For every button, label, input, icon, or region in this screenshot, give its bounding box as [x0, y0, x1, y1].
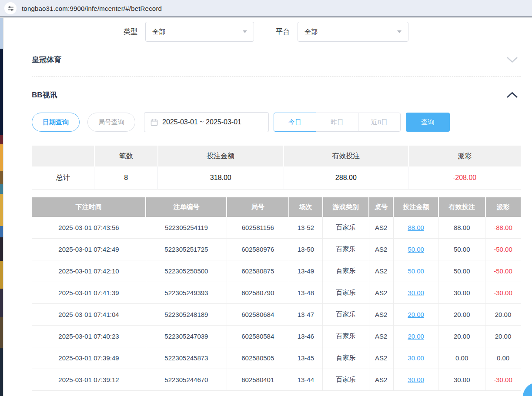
bet-amount-link[interactable]: 50.00 — [408, 267, 424, 275]
valid-bet: 30.00 — [438, 282, 485, 304]
section-sports[interactable]: 皇冠体育 — [32, 52, 521, 67]
type-select-value: 全部 — [152, 28, 165, 36]
type-select[interactable]: 全部 — [145, 22, 254, 42]
payout: 20.00 — [485, 326, 521, 347]
col-session: 场次 — [289, 197, 322, 217]
game-type: 百家乐 — [323, 282, 369, 304]
col-bet-time: 下注时间 — [32, 197, 146, 217]
bet-amount-link[interactable]: 30.00 — [408, 289, 424, 296]
order-no: 522305249393 — [146, 282, 227, 304]
session: 13-48 — [289, 282, 322, 304]
bet-time: 2025-03-01 07:41:04 — [32, 304, 146, 326]
search-button[interactable]: 查询 — [406, 113, 450, 132]
session: 13-52 — [289, 217, 322, 239]
round-query-tab[interactable]: 局号查询 — [87, 113, 135, 132]
payout: -30.00 — [485, 282, 521, 304]
bet-record-table: 下注时间 注单编号 局号 场次 游戏类别 桌号 投注金额 有效投注 派彩 202… — [32, 197, 521, 391]
summary-table: 笔数 投注金额 有效投注 派彩 总计 8 318.00 288.00 -208.… — [32, 146, 521, 190]
summary-col-count: 笔数 — [94, 146, 158, 166]
col-game-type: 游戏类别 — [323, 197, 369, 217]
chevron-up-icon[interactable] — [504, 91, 521, 99]
bet-amount-link[interactable]: 20.00 — [408, 311, 424, 318]
last8days-button[interactable]: 近8日 — [358, 113, 401, 132]
table-no: AS2 — [369, 304, 393, 326]
valid-bet: 20.00 — [438, 326, 485, 347]
table-row: 2025-03-01 07:39:49 522305245873 6025805… — [32, 347, 521, 369]
platform-select[interactable]: 全部 — [298, 22, 408, 42]
game-type: 百家乐 — [323, 260, 369, 282]
summary-col-valid-bet: 有效投注 — [284, 146, 408, 166]
section-bb-title: BB视讯 — [32, 90, 57, 100]
round-no: 602580875 — [227, 260, 289, 282]
bet-amount-link[interactable]: 20.00 — [408, 333, 424, 340]
valid-bet: 30.00 — [438, 369, 485, 391]
col-payout: 派彩 — [485, 197, 521, 217]
table-no: AS2 — [369, 282, 393, 304]
bet-time: 2025-03-01 07:43:56 — [32, 217, 146, 239]
session: 13-49 — [289, 260, 322, 282]
select-caret-icon — [243, 30, 247, 33]
summary-col-bet-amount: 投注金额 — [158, 146, 284, 166]
summary-count-value: 8 — [94, 166, 158, 190]
calendar-icon — [151, 119, 158, 126]
round-no: 602580790 — [227, 282, 289, 304]
table-row: 2025-03-01 07:42:49 522305251725 6025809… — [32, 239, 521, 260]
bet-time: 2025-03-01 07:39:49 — [32, 347, 146, 369]
order-no: 522305251725 — [146, 239, 227, 260]
bet-time: 2025-03-01 07:42:10 — [32, 260, 146, 282]
payout: -30.00 — [485, 369, 521, 391]
bet-time: 2025-03-01 07:41:39 — [32, 282, 146, 304]
bet-amount-link[interactable]: 30.00 — [408, 376, 424, 383]
bet-amount-link[interactable]: 88.00 — [408, 224, 424, 231]
site-info-icon[interactable] — [4, 2, 17, 14]
query-controls: 日期查询 局号查询 2025-03-01 ~ 2025-03-01 今日 昨日 … — [32, 112, 521, 132]
payout: 20.00 — [485, 304, 521, 326]
round-no: 602580584 — [227, 326, 289, 347]
section-divider — [32, 77, 521, 77]
col-table-no: 桌号 — [369, 197, 393, 217]
background-page-sliver — [0, 18, 3, 396]
payout: -88.00 — [485, 217, 521, 239]
bet-amount-link[interactable]: 50.00 — [408, 246, 424, 253]
session: 13-50 — [289, 239, 322, 260]
summary-col-payout: 派彩 — [408, 146, 521, 166]
date-range-value: 2025-03-01 ~ 2025-03-01 — [162, 118, 241, 126]
summary-col-empty — [32, 146, 94, 166]
col-round-no: 局号 — [227, 197, 289, 217]
valid-bet: 50.00 — [438, 239, 485, 260]
browser-address-bar[interactable]: tongbao31.com:9900/infe/mcenter/#/betRec… — [0, 0, 532, 17]
payout: -50.00 — [485, 260, 521, 282]
select-caret-icon — [397, 30, 402, 33]
game-type: 百家乐 — [323, 239, 369, 260]
bet-time: 2025-03-01 07:39:12 — [32, 369, 146, 391]
round-no: 602580976 — [227, 239, 289, 260]
bet-time: 2025-03-01 07:42:49 — [32, 239, 146, 260]
round-no: 602580401 — [227, 369, 289, 391]
valid-bet: 88.00 — [438, 217, 485, 239]
summary-bet-amount-value: 318.00 — [158, 166, 284, 190]
date-query-tab[interactable]: 日期查询 — [32, 113, 80, 132]
bet-time: 2025-03-01 07:40:23 — [32, 326, 146, 347]
valid-bet: 0.00 — [438, 347, 485, 369]
url-text: tongbao31.com:9900/infe/mcenter/#/betRec… — [22, 5, 162, 12]
today-button[interactable]: 今日 — [274, 113, 316, 132]
table-header-row: 下注时间 注单编号 局号 场次 游戏类别 桌号 投注金额 有效投注 派彩 — [32, 197, 521, 217]
table-no: AS2 — [369, 326, 393, 347]
yesterday-button[interactable]: 昨日 — [316, 113, 358, 132]
bet-record-panel: 类型 全部 平台 全部 皇冠体育 BB视讯 日期查询 局号查询 — [3, 18, 532, 396]
order-no: 522305254119 — [146, 217, 227, 239]
game-type: 百家乐 — [323, 304, 369, 326]
order-no: 522305245873 — [146, 347, 227, 369]
table-no: AS2 — [369, 347, 393, 369]
session: 13-45 — [289, 347, 322, 369]
date-range-input[interactable]: 2025-03-01 ~ 2025-03-01 — [144, 112, 269, 132]
section-bb[interactable]: BB视讯 — [32, 87, 521, 102]
bet-amount-link[interactable]: 30.00 — [408, 354, 424, 362]
game-type: 百家乐 — [323, 369, 369, 391]
table-no: AS2 — [369, 239, 393, 260]
order-no: 522305247039 — [146, 326, 227, 347]
round-no: 602581156 — [227, 217, 289, 239]
summary-total-row: 总计 8 318.00 288.00 -208.00 — [32, 166, 521, 190]
table-row: 2025-03-01 07:40:23 522305247039 6025805… — [32, 326, 521, 347]
chevron-down-icon[interactable] — [504, 56, 521, 64]
